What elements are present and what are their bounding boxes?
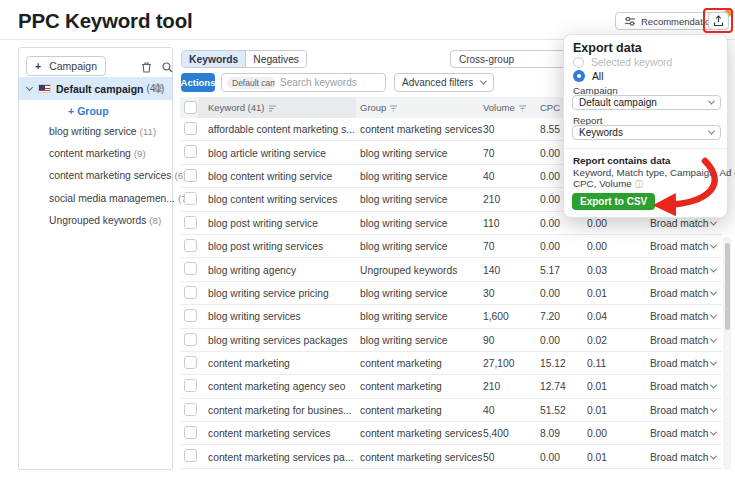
row-checkbox[interactable] — [184, 239, 197, 252]
volume-cell: 110 — [483, 212, 499, 235]
row-checkbox[interactable] — [184, 262, 197, 275]
keyword-cell[interactable]: blog article writing service — [208, 141, 326, 164]
gear-icon[interactable] — [152, 82, 164, 94]
radio-all[interactable]: All — [573, 70, 603, 82]
column-header-volume[interactable]: Volume — [483, 97, 527, 118]
tab-keywords[interactable]: Keywords — [182, 51, 245, 67]
scrollbar-thumb[interactable] — [725, 243, 730, 330]
sidebar-item-default-campaign[interactable]: Default campaign (41) — [19, 77, 172, 100]
filter-icon — [390, 104, 398, 112]
search-icon[interactable] — [161, 61, 174, 74]
advanced-filters-button[interactable]: Advanced filters — [394, 73, 494, 92]
row-checkbox[interactable] — [184, 145, 197, 158]
row-checkbox[interactable] — [184, 216, 197, 229]
search-input[interactable]: Default campa Search keywords — [221, 73, 386, 92]
sidebar-group-item[interactable]: Ungrouped keywords(8) — [49, 215, 161, 226]
column-header-keyword[interactable]: Keyword (41) — [208, 97, 277, 118]
row-checkbox[interactable] — [184, 379, 197, 392]
keyword-cell[interactable]: content marketing services — [208, 422, 330, 445]
keyword-cell[interactable]: blog writing service pricing — [208, 282, 329, 305]
match-type-dropdown[interactable]: Broad match — [650, 375, 716, 398]
campaign-select[interactable]: Default campaign — [572, 95, 721, 110]
radio-selected-keyword[interactable]: Selected keyword — [573, 57, 672, 68]
group-cell: blog writing service — [360, 188, 448, 211]
cpc-cell: 0.00 — [540, 165, 560, 188]
sliders-icon — [624, 16, 636, 26]
chevron-down-icon — [710, 288, 717, 295]
row-checkbox[interactable] — [184, 169, 197, 182]
trash-icon[interactable] — [140, 61, 153, 74]
group-cell: content marketing — [360, 375, 442, 398]
keyword-cell[interactable]: blog writing services — [208, 305, 301, 328]
group-cell: blog writing service — [360, 141, 448, 164]
match-type-dropdown[interactable]: Broad match — [650, 305, 716, 328]
row-checkbox[interactable] — [184, 122, 197, 135]
volume-cell: 30 — [483, 118, 494, 141]
sidebar-group-item[interactable]: blog writing service(11) — [49, 126, 156, 137]
campaign-filter-chip[interactable]: Default campa — [227, 77, 275, 89]
match-type-dropdown[interactable]: Broad match — [650, 329, 716, 352]
competition-cell: 0.03 — [587, 258, 607, 281]
add-campaign-button[interactable]: + Campaign — [26, 56, 106, 76]
keyword-cell[interactable]: blog post writing services — [208, 235, 323, 258]
cross-group-button[interactable]: Cross-group — [450, 50, 568, 68]
sidebar-group-item[interactable]: content marketing services(6) — [49, 170, 186, 181]
match-type-dropdown[interactable]: Broad match — [650, 282, 716, 305]
cpc-cell: 51.52 — [540, 399, 566, 422]
row-checkbox[interactable] — [184, 333, 197, 346]
competition-cell: 0.01 — [587, 282, 607, 305]
cpc-cell: 0.00 — [540, 235, 560, 258]
chevron-down-icon — [710, 265, 717, 272]
popup-divider — [564, 148, 727, 149]
cpc-cell: 0.00 — [540, 141, 560, 164]
table-row: content marketing agency seo content mar… — [180, 375, 722, 398]
keyword-cell[interactable]: content marketing — [208, 352, 290, 375]
column-header-group[interactable]: Group — [360, 97, 398, 118]
row-checkbox[interactable] — [184, 356, 197, 369]
sidebar-group-item[interactable]: content marketing(9) — [49, 148, 146, 159]
tab-negatives[interactable]: Negatives — [245, 51, 306, 67]
keyword-cell[interactable]: content marketing agency seo — [208, 375, 345, 398]
group-cell: Ungrouped keywords — [360, 258, 457, 281]
actions-button[interactable]: Actions — [181, 73, 215, 92]
row-checkbox[interactable] — [184, 426, 197, 439]
filter-icon — [519, 104, 527, 112]
report-select[interactable]: Keywords — [572, 125, 721, 140]
keyword-cell[interactable]: content marketing for busines... — [208, 399, 352, 422]
table-row: content marketing services content marke… — [180, 422, 722, 445]
competition-cell: 0.01 — [587, 375, 607, 398]
row-checkbox[interactable] — [184, 192, 197, 205]
export-button[interactable] — [708, 12, 729, 30]
sidebar-group-item[interactable]: social media managemen...(7) — [49, 193, 190, 204]
match-type-dropdown[interactable]: Broad match — [650, 352, 716, 375]
keyword-cell[interactable]: content marketing services pa... — [208, 445, 353, 468]
match-type-dropdown[interactable]: Broad match — [650, 258, 716, 281]
keyword-cell[interactable]: blog post writing service — [208, 212, 318, 235]
match-type-dropdown[interactable]: Broad match — [650, 399, 716, 422]
row-checkbox[interactable] — [184, 449, 197, 462]
table-row: blog post writing services blog writing … — [180, 235, 722, 258]
keyword-cell[interactable]: blog writing services packages — [208, 329, 348, 352]
chevron-down-icon — [708, 128, 715, 135]
competition-cell: 0.01 — [587, 445, 607, 468]
popup-title: Export data — [573, 41, 642, 55]
group-cell: content marketing services — [360, 422, 482, 445]
match-type-dropdown[interactable]: Broad match — [650, 422, 716, 445]
group-cell: blog writing service — [360, 235, 448, 258]
select-all-checkbox[interactable] — [184, 101, 197, 114]
row-checkbox[interactable] — [184, 286, 197, 299]
row-checkbox[interactable] — [184, 403, 197, 416]
match-type-dropdown[interactable]: Broad match — [650, 235, 716, 258]
column-header-cpc[interactable]: CPC ( — [540, 97, 566, 118]
keyword-cell[interactable]: affordable content marketing s... — [208, 118, 355, 141]
export-to-csv-button[interactable]: Export to CSV — [572, 193, 655, 210]
table-row: blog writing services blog writing servi… — [180, 305, 722, 328]
keyword-cell[interactable]: blog content writing service — [208, 165, 332, 188]
volume-cell: 5,400 — [483, 422, 509, 445]
sort-icon — [269, 104, 277, 112]
row-checkbox[interactable] — [184, 309, 197, 322]
keyword-cell[interactable]: blog content writing services — [208, 188, 337, 211]
add-group-button[interactable]: +Group — [68, 105, 109, 117]
keyword-cell[interactable]: blog writing agency — [208, 258, 296, 281]
match-type-dropdown[interactable]: Broad match — [650, 445, 716, 468]
